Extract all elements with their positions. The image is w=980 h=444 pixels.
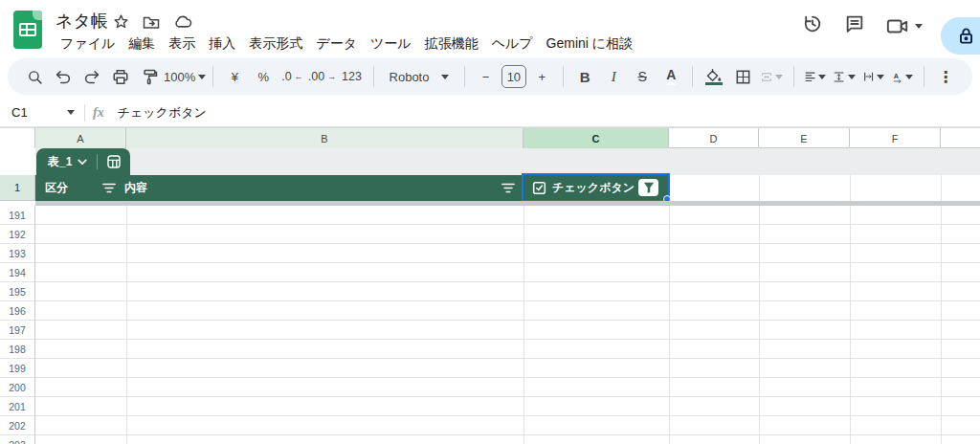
grid-row[interactable] — [35, 282, 980, 301]
row-header[interactable]: 197 — [0, 321, 35, 340]
menu-insert[interactable]: 挿入 — [202, 33, 242, 56]
font-size-input[interactable]: 10 — [501, 65, 527, 88]
row-header-1[interactable]: 1 — [0, 175, 35, 201]
formula-input[interactable]: チェックボタン — [118, 104, 207, 122]
menu-file[interactable]: ファイル — [54, 33, 122, 56]
row-header[interactable]: 196 — [0, 301, 35, 321]
grid-row[interactable] — [35, 340, 980, 359]
column-header-f[interactable]: F — [850, 128, 941, 148]
move-folder-icon[interactable] — [143, 14, 160, 30]
header-cell-b1[interactable]: 内容 — [124, 175, 147, 201]
row-header[interactable]: 193 — [0, 244, 35, 263]
formula-bar-separator — [84, 104, 85, 122]
font-name: Roboto — [390, 70, 430, 84]
decrease-font-size-button[interactable]: − — [473, 63, 500, 90]
row-header[interactable]: 202 — [0, 416, 35, 435]
formula-bar: C1 fx チェックボタン — [0, 99, 980, 127]
vertical-align-button[interactable] — [831, 63, 858, 90]
row-header[interactable]: 192 — [0, 225, 35, 244]
grid-row[interactable] — [35, 244, 980, 263]
grid-row[interactable] — [35, 321, 980, 340]
more-formats-button[interactable]: 123 — [339, 63, 366, 90]
row-header[interactable]: 200 — [0, 378, 35, 397]
row-header[interactable]: 195 — [0, 282, 35, 301]
row-header[interactable]: 199 — [0, 359, 35, 378]
search-icon[interactable] — [21, 63, 48, 90]
more-toolbar-button[interactable]: ⋮ — [932, 63, 959, 90]
gridline — [941, 175, 942, 201]
header-cell-a1[interactable]: 区分 — [45, 175, 68, 201]
zoom-select[interactable]: 100% — [165, 63, 205, 90]
bold-button[interactable]: B — [571, 63, 598, 90]
share-button[interactable] — [941, 17, 980, 55]
filter-icon-a1[interactable] — [102, 181, 116, 198]
font-select[interactable]: Roboto — [382, 63, 457, 90]
table-menu-button[interactable] — [98, 154, 130, 169]
column-header-c[interactable]: C — [523, 128, 669, 148]
sheets-logo-icon[interactable] — [13, 11, 42, 49]
grid-row[interactable] — [35, 416, 980, 435]
format-currency-button[interactable]: ¥ — [221, 63, 248, 90]
star-icon[interactable] — [113, 13, 129, 30]
text-rotate-button[interactable]: A — [889, 63, 916, 90]
version-history-icon[interactable] — [802, 13, 823, 38]
paint-format-icon[interactable] — [136, 63, 163, 90]
gridline — [850, 175, 851, 201]
print-icon[interactable] — [107, 63, 134, 90]
menu-format[interactable]: 表示形式 — [242, 33, 309, 56]
menu-extensions[interactable]: 拡張機能 — [418, 33, 485, 56]
name-box[interactable]: C1 — [0, 105, 67, 120]
column-header-d[interactable]: D — [669, 128, 759, 148]
grid-row[interactable] — [35, 206, 980, 225]
column-header-e[interactable]: E — [759, 128, 850, 148]
menu-view[interactable]: 表示 — [162, 33, 202, 56]
menu-edit[interactable]: 編集 — [122, 33, 162, 56]
table-name-button[interactable]: 表_1 — [36, 154, 97, 170]
format-percent-button[interactable]: % — [250, 63, 277, 90]
strikethrough-button[interactable]: S — [629, 63, 656, 90]
document-title[interactable]: ネタ帳 — [56, 10, 108, 33]
gridline — [759, 175, 760, 201]
increase-font-size-button[interactable]: + — [528, 63, 555, 90]
column-header-g-partial[interactable] — [941, 128, 980, 148]
gridline-col-a — [126, 206, 127, 444]
filter-icon-b1[interactable] — [501, 181, 515, 198]
row-header[interactable]: 198 — [0, 340, 35, 359]
grid-row[interactable] — [35, 263, 980, 282]
undo-icon[interactable] — [50, 63, 77, 90]
menu-help[interactable]: ヘルプ — [485, 33, 540, 56]
comments-icon[interactable] — [844, 13, 865, 38]
column-header-a[interactable]: A — [35, 128, 126, 148]
row1-empty-cells[interactable] — [670, 175, 980, 201]
meet-button[interactable] — [886, 16, 923, 35]
column-header-b[interactable]: B — [126, 128, 523, 148]
row-header[interactable]: 201 — [0, 397, 35, 416]
menu-gemini[interactable]: Gemini に相談 — [540, 33, 640, 56]
borders-button[interactable] — [729, 63, 756, 90]
chevron-down-icon — [78, 159, 87, 166]
text-color-button[interactable]: A — [657, 63, 684, 90]
select-all-corner[interactable] — [0, 128, 35, 148]
row-header[interactable]: 194 — [0, 263, 35, 282]
cloud-status-icon[interactable] — [173, 14, 192, 29]
increase-decimal-button[interactable]: .00→ — [307, 63, 336, 90]
grid-row[interactable] — [35, 378, 980, 397]
toolbar-separator — [793, 66, 794, 87]
redo-icon[interactable] — [78, 63, 105, 90]
menu-data[interactable]: データ — [309, 33, 364, 56]
italic-button[interactable]: I — [600, 63, 627, 90]
decrease-decimal-button[interactable]: .0← — [278, 63, 305, 90]
grid-row[interactable] — [35, 359, 980, 378]
fill-color-button[interactable] — [701, 63, 727, 90]
row-header[interactable]: 203 — [0, 435, 35, 444]
selection-border-c1 — [522, 173, 670, 202]
horizontal-align-button[interactable] — [802, 63, 829, 90]
menu-tools[interactable]: ツール — [364, 33, 418, 56]
grid-row[interactable] — [35, 301, 980, 321]
meet-dropdown-caret-icon[interactable] — [915, 24, 923, 29]
grid-row[interactable] — [35, 397, 980, 416]
grid-row[interactable] — [35, 225, 980, 244]
row-header[interactable]: 191 — [0, 206, 35, 225]
name-box-caret-icon[interactable] — [67, 110, 75, 115]
text-wrap-button[interactable] — [860, 63, 887, 90]
